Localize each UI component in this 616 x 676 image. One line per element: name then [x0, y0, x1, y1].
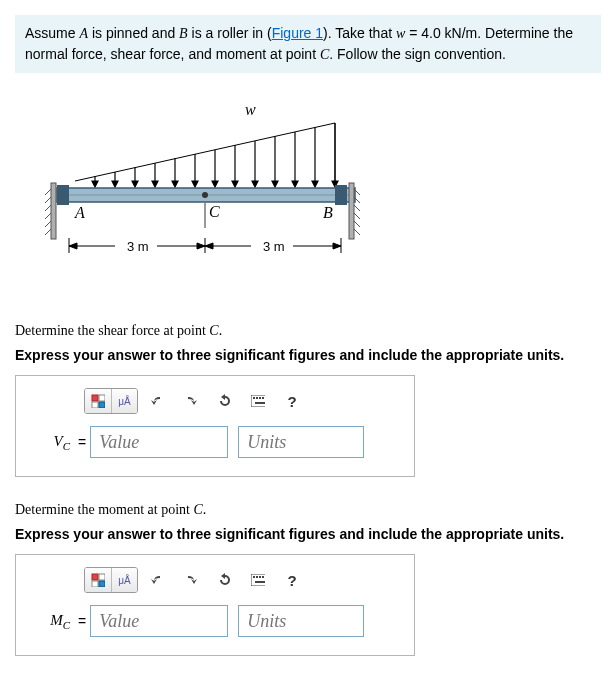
svg-rect-72: [99, 581, 105, 587]
label-C: C: [209, 203, 220, 220]
text: Determine the shear force at point: [15, 323, 209, 338]
svg-line-35: [45, 221, 51, 227]
svg-rect-38: [349, 183, 354, 239]
svg-rect-62: [251, 395, 265, 407]
units-input[interactable]: [238, 605, 364, 637]
input-row: MC =: [30, 605, 400, 637]
redo-button[interactable]: [177, 568, 203, 592]
svg-marker-10: [172, 181, 178, 187]
equals: =: [78, 434, 86, 450]
svg-rect-66: [262, 397, 264, 399]
var-w: w: [396, 26, 405, 41]
text: is pinned and: [88, 25, 179, 41]
svg-rect-69: [92, 574, 98, 580]
part-header: Determine the shear force at point C.: [15, 323, 601, 339]
svg-rect-59: [99, 395, 105, 401]
svg-marker-24: [312, 181, 318, 187]
value-input[interactable]: [90, 605, 228, 637]
value-input[interactable]: [90, 426, 228, 458]
reset-button[interactable]: [211, 568, 237, 592]
var-label: VC: [30, 433, 74, 452]
svg-marker-52: [69, 243, 77, 249]
templates-group: μÅ: [84, 567, 138, 593]
part-moment: Determine the moment at point C. Express…: [15, 502, 601, 656]
svg-rect-37: [335, 185, 347, 205]
var-C: C: [193, 502, 202, 517]
units-mu-a-button[interactable]: μÅ: [111, 568, 137, 592]
svg-rect-29: [57, 185, 69, 205]
text: . Follow the sign convention.: [329, 46, 506, 62]
templates-button[interactable]: [85, 389, 111, 413]
keyboard-button[interactable]: [245, 389, 271, 413]
svg-line-36: [45, 229, 51, 235]
label-A: A: [74, 204, 85, 221]
units-input[interactable]: [238, 426, 364, 458]
svg-rect-68: [255, 402, 265, 404]
answer-box-shear: μÅ ? VC =: [15, 375, 415, 477]
text: ). Take that: [323, 25, 396, 41]
svg-rect-64: [256, 397, 258, 399]
toolbar: μÅ ?: [84, 388, 400, 414]
text: .: [203, 502, 207, 517]
svg-rect-75: [256, 576, 258, 578]
svg-marker-56: [205, 243, 213, 249]
svg-rect-58: [92, 395, 98, 401]
keyboard-button[interactable]: [245, 568, 271, 592]
answer-box-moment: μÅ ? MC =: [15, 554, 415, 656]
text: Determine the moment at point: [15, 502, 193, 517]
svg-line-43: [354, 221, 360, 227]
svg-marker-20: [272, 181, 278, 187]
svg-line-34: [45, 213, 51, 219]
svg-rect-30: [51, 183, 56, 239]
var-C: C: [320, 47, 329, 62]
help-button[interactable]: ?: [279, 389, 305, 413]
templates-group: μÅ: [84, 388, 138, 414]
beam-figure: w: [35, 103, 601, 283]
problem-statement: Assume A is pinned and B is a roller in …: [15, 15, 601, 73]
part-instruction: Express your answer to three significant…: [15, 347, 601, 363]
svg-rect-61: [99, 402, 105, 408]
svg-line-33: [45, 205, 51, 211]
text: is a roller in (: [188, 25, 272, 41]
svg-rect-74: [253, 576, 255, 578]
var-B: B: [179, 26, 188, 41]
label-w: w: [245, 103, 256, 118]
redo-button[interactable]: [177, 389, 203, 413]
svg-rect-70: [99, 574, 105, 580]
toolbar: μÅ ?: [84, 567, 400, 593]
label-B: B: [323, 204, 333, 221]
svg-rect-79: [255, 581, 265, 583]
templates-button[interactable]: [85, 568, 111, 592]
svg-point-45: [202, 192, 208, 198]
svg-marker-22: [292, 181, 298, 187]
svg-line-44: [354, 229, 360, 235]
svg-rect-76: [259, 576, 261, 578]
part-header: Determine the moment at point C.: [15, 502, 601, 518]
figure-link[interactable]: Figure 1: [272, 25, 323, 41]
svg-rect-71: [92, 581, 98, 587]
svg-line-41: [354, 205, 360, 211]
help-button[interactable]: ?: [279, 568, 305, 592]
svg-marker-57: [333, 243, 341, 249]
svg-rect-65: [259, 397, 261, 399]
text: .: [219, 323, 223, 338]
svg-rect-77: [262, 576, 264, 578]
svg-marker-16: [232, 181, 238, 187]
var-label: MC: [30, 612, 74, 631]
svg-rect-73: [251, 574, 265, 586]
svg-marker-12: [192, 181, 198, 187]
part-instruction: Express your answer to three significant…: [15, 526, 601, 542]
undo-button[interactable]: [143, 568, 169, 592]
svg-line-31: [45, 189, 51, 195]
svg-rect-63: [253, 397, 255, 399]
svg-line-32: [45, 197, 51, 203]
svg-line-42: [354, 213, 360, 219]
svg-rect-60: [92, 402, 98, 408]
equals: =: [78, 613, 86, 629]
svg-marker-14: [212, 181, 218, 187]
dim-2: 3 m: [263, 239, 285, 254]
reset-button[interactable]: [211, 389, 237, 413]
svg-marker-8: [152, 181, 158, 187]
units-mu-a-button[interactable]: μÅ: [111, 389, 137, 413]
undo-button[interactable]: [143, 389, 169, 413]
